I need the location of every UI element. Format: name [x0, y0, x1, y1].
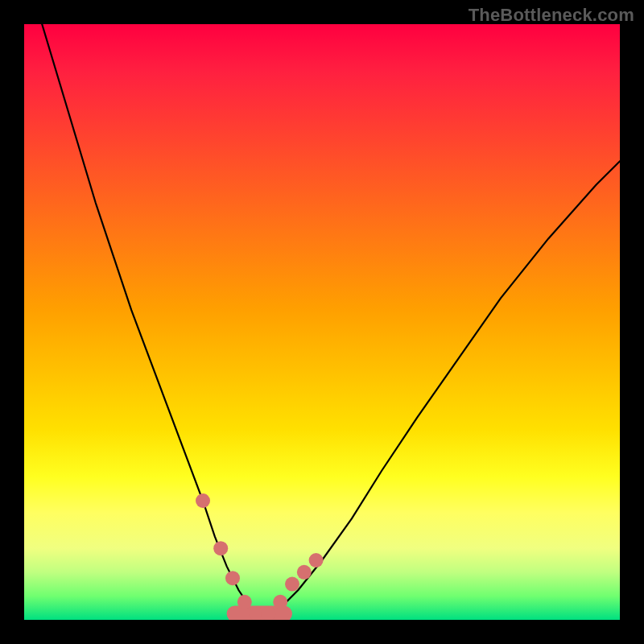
highlight-point [297, 565, 312, 580]
bottleneck-curve [42, 24, 620, 614]
highlight-point [225, 571, 240, 585]
highlight-point [213, 541, 228, 555]
highlight-markers [196, 493, 324, 620]
watermark-text: TheBottleneck.com [469, 5, 634, 26]
plot-area [24, 24, 620, 620]
chart-stage: TheBottleneck.com [0, 0, 644, 644]
highlight-point [309, 553, 324, 568]
highlight-point [273, 595, 287, 609]
highlight-point [237, 595, 252, 609]
highlight-point [285, 577, 299, 592]
curve-svg [24, 24, 620, 620]
highlight-point [196, 493, 210, 508]
